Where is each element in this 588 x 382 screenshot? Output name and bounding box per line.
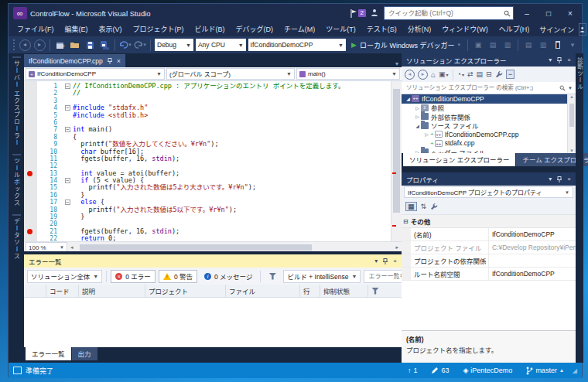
- menu-item-1[interactable]: ファイル(F): [12, 22, 60, 36]
- breakpoint-margin[interactable]: [24, 155, 37, 162]
- solution-configuration-dropdown[interactable]: Debug▼: [155, 39, 193, 51]
- code-line[interactable]: 11 fgets(buffer, 16, stdin);: [24, 155, 391, 162]
- code-line[interactable]: 22 return 0;: [24, 235, 391, 241]
- se-forward-icon[interactable]: ▸: [418, 70, 428, 80]
- tree-item[interactable]: ◢ソース ファイル: [402, 121, 576, 131]
- menu-item-2[interactable]: 編集(E): [60, 22, 94, 36]
- pending-changes-filter-icon[interactable]: ◔▾: [457, 70, 464, 78]
- property-value[interactable]: [488, 254, 576, 267]
- solution-explorer-title-bar[interactable]: ソリューション エクスプローラー ▾ ×: [402, 53, 576, 67]
- nav-member-dropdown[interactable]: main()▼: [296, 68, 400, 80]
- navigate-forward-icon[interactable]: ▸: [33, 38, 46, 52]
- comment-icon[interactable]: ▤: [522, 38, 535, 52]
- quick-launch-input[interactable]: [387, 9, 501, 18]
- tree-item[interactable]: ▷ヘッダー ファイル: [402, 148, 576, 153]
- menu-item-10[interactable]: 分析(N): [402, 22, 437, 36]
- property-row[interactable]: (名前)IfConditionDemoCPP: [402, 228, 576, 241]
- menu-item-3[interactable]: 表示(V): [94, 22, 128, 36]
- close-panel-icon[interactable]: ×: [567, 56, 571, 63]
- pending-edits-indicator[interactable]: 63: [431, 367, 449, 374]
- show-all-files-icon[interactable]: ▤: [477, 70, 484, 78]
- breakpoint-margin[interactable]: [24, 104, 37, 111]
- collapse-all-icon[interactable]: ⊟: [486, 70, 492, 78]
- startup-project-dropdown[interactable]: IfConditionDemoCPP▼: [248, 39, 346, 51]
- preview-selected-items-icon[interactable]: −: [506, 70, 514, 79]
- error-scope-dropdown[interactable]: ソリューション全体▼: [27, 270, 102, 283]
- breakpoint-margin[interactable]: [24, 184, 37, 191]
- indent-increase-icon[interactable]: ▥: [501, 38, 514, 52]
- property-pages-wrench-icon[interactable]: [430, 203, 438, 210]
- property-row[interactable]: ルート名前空間IfConditionDemoCPP: [402, 268, 576, 281]
- tree-expander-icon[interactable]: ▷: [414, 105, 421, 111]
- menu-item-12[interactable]: ヘルプ(H): [494, 22, 535, 36]
- unpushed-commits-indicator[interactable]: ↑1: [408, 367, 418, 374]
- sign-in-button[interactable]: サインイン: [535, 25, 579, 35]
- close-panel-icon[interactable]: ×: [393, 258, 397, 264]
- error-list-body[interactable]: [24, 298, 402, 347]
- breakpoint-margin[interactable]: [24, 213, 37, 220]
- column-header-5[interactable]: 行: [299, 285, 320, 297]
- home-icon[interactable]: ⌂: [431, 70, 436, 79]
- property-value[interactable]: IfConditionDemoCPP: [488, 268, 576, 280]
- property-category-row[interactable]: ⊟ その他: [402, 215, 576, 228]
- sign-in-icon[interactable]: [579, 23, 586, 36]
- scroll-right-arrow[interactable]: ▸: [395, 244, 398, 251]
- column-header-2[interactable]: 説明: [78, 285, 145, 297]
- menu-item-8[interactable]: ツール(T): [320, 22, 361, 36]
- undo-icon[interactable]: ▾: [119, 38, 132, 52]
- left-autohide-tab-3[interactable]: データソース: [12, 214, 21, 260]
- code-area[interactable]: 1−// IfConditionDemoCPP.cpp : アプリケーションのエ…: [24, 81, 402, 241]
- window-position-chevron-icon[interactable]: ▾: [549, 176, 552, 182]
- branch-indicator[interactable]: master ▲: [526, 367, 563, 375]
- breakpoint-margin[interactable]: [24, 177, 37, 184]
- sync-with-active-document-icon[interactable]: ⇄: [467, 70, 473, 78]
- right-autohide-tab-1[interactable]: 診断ツール: [576, 55, 584, 90]
- quick-launch-box[interactable]: [384, 6, 514, 20]
- menu-item-6[interactable]: デバッグ(D): [231, 22, 279, 36]
- bottom-panel-tab-2[interactable]: 出力: [72, 347, 97, 360]
- breakpoint-margin[interactable]: [24, 83, 37, 90]
- fold-collapse-icon[interactable]: −: [65, 105, 70, 111]
- breakpoint-margin[interactable]: [24, 112, 37, 119]
- member-list-icon[interactable]: ▣: [472, 38, 484, 52]
- scrollbar-thumb[interactable]: [80, 244, 312, 251]
- menu-item-5[interactable]: ビルド(B): [190, 22, 231, 36]
- resize-grip[interactable]: ◢: [573, 367, 577, 374]
- properties-wrench-icon[interactable]: [495, 70, 503, 78]
- notifications-button[interactable]: 2: [350, 9, 366, 18]
- menu-item-4[interactable]: プロジェクト(P): [128, 22, 190, 36]
- nav-scope-dropdown[interactable]: (グローバル スコープ)▼: [166, 68, 295, 80]
- property-row[interactable]: プロジェクトの依存関係: [402, 254, 576, 268]
- property-value[interactable]: C:¥Develop Repository¥iPen: [488, 241, 576, 254]
- error-list-title-bar[interactable]: エラー一覧 ▾ ×: [24, 254, 402, 268]
- tree-expander-icon[interactable]: ▷: [414, 114, 421, 119]
- tree-item[interactable]: +++stdafx.cpp: [402, 139, 576, 148]
- tree-expander-icon[interactable]: ▷: [414, 149, 421, 153]
- pin-icon[interactable]: [556, 176, 562, 182]
- breakpoint-indicator[interactable]: [27, 171, 32, 176]
- code-line[interactable]: 7−int main(): [24, 126, 391, 133]
- bottom-panel-tab-1[interactable]: エラー一覧: [26, 347, 71, 360]
- menu-item-9[interactable]: テスト(S): [361, 22, 402, 36]
- breakpoint-margin[interactable]: [24, 235, 37, 241]
- close-panel-icon[interactable]: ×: [567, 176, 571, 182]
- pin-icon[interactable]: [107, 58, 113, 64]
- add-item-icon[interactable]: [69, 38, 81, 52]
- breakpoint-margin[interactable]: [24, 192, 37, 199]
- tree-scrollbar[interactable]: ▲▼: [567, 94, 576, 153]
- property-value[interactable]: IfConditionDemoCPP: [488, 228, 576, 240]
- tree-item[interactable]: ▷外部依存関係: [402, 112, 576, 121]
- code-line[interactable]: 2//: [24, 90, 391, 97]
- maximize-button[interactable]: □: [540, 9, 557, 18]
- breakpoint-margin[interactable]: [24, 220, 37, 227]
- fold-collapse-icon[interactable]: −: [65, 84, 70, 89]
- fold-collapse-icon[interactable]: −: [65, 178, 70, 183]
- close-button[interactable]: ×: [562, 9, 579, 18]
- window-position-chevron-icon[interactable]: ▾: [374, 258, 378, 264]
- property-row[interactable]: プロジェクト ファイルC:¥Develop Repository¥iPen: [402, 241, 576, 254]
- new-project-icon[interactable]: [54, 38, 67, 52]
- solution-platform-dropdown[interactable]: Any CPU▼: [196, 39, 246, 51]
- error-source-dropdown[interactable]: ビルド + IntelliSense▼: [283, 270, 361, 283]
- breakpoint-margin[interactable]: [24, 141, 37, 148]
- editor-horizontal-scrollbar[interactable]: ◂ ▸: [69, 243, 400, 252]
